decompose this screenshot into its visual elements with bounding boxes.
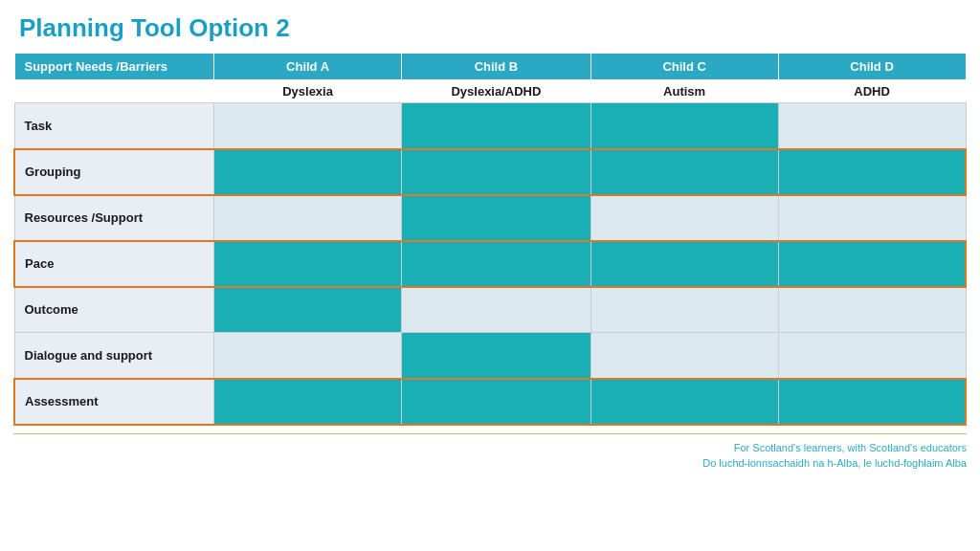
row-label: Assessment — [14, 379, 213, 425]
table-cell — [590, 333, 778, 379]
table-cell — [778, 333, 966, 379]
subheader-1: Dyslexia — [213, 80, 401, 103]
row-label: Dialogue and support — [14, 333, 213, 379]
table-cell — [213, 379, 401, 425]
subheader-0 — [14, 80, 213, 103]
table-cell — [402, 149, 590, 195]
row-label: Outcome — [14, 287, 213, 333]
table-cell — [213, 241, 401, 287]
table-cell — [778, 103, 966, 149]
subheader-3: Autism — [590, 80, 778, 103]
table-row: Dialogue and support — [14, 333, 966, 379]
col-header-2: Child B — [402, 54, 590, 80]
table-cell — [778, 149, 966, 195]
table-row: Assessment — [14, 379, 966, 425]
table-cell — [213, 287, 401, 333]
table-row: Grouping — [14, 149, 966, 195]
table-cell — [402, 103, 590, 149]
table-cell — [213, 195, 401, 241]
subheader-2: Dyslexia/ADHD — [402, 80, 590, 103]
table-cell — [778, 241, 966, 287]
table-cell — [402, 195, 590, 241]
footer-text: For Scotland's learners, with Scotland's… — [0, 438, 980, 474]
table-cell — [213, 333, 401, 379]
subheader-4: ADHD — [778, 80, 966, 103]
table-cell — [590, 195, 778, 241]
col-header-1: Child A — [213, 54, 401, 80]
table-row: Resources /Support — [14, 195, 966, 241]
table-cell — [590, 379, 778, 425]
table-cell — [590, 241, 778, 287]
table-cell — [590, 103, 778, 149]
table-cell — [402, 241, 590, 287]
row-label: Resources /Support — [14, 195, 213, 241]
table-row: Task — [14, 103, 966, 149]
table-cell — [402, 379, 590, 425]
table-cell — [402, 333, 590, 379]
footer-line1: For Scotland's learners, with Scotland's… — [734, 442, 967, 453]
table-cell — [778, 379, 966, 425]
table-cell — [778, 195, 966, 241]
row-label: Pace — [14, 241, 213, 287]
col-header-3: Child C — [590, 54, 778, 80]
row-label: Grouping — [14, 149, 213, 195]
table-cell — [590, 149, 778, 195]
col-header-4: Child D — [778, 54, 966, 80]
col-header-0: Support Needs /Barriers — [14, 54, 213, 80]
table-cell — [402, 287, 590, 333]
page-title: Planning Tool Option 2 — [0, 0, 980, 53]
table-cell — [590, 287, 778, 333]
footer-divider — [13, 433, 967, 434]
table-cell — [213, 103, 401, 149]
table-cell — [213, 149, 401, 195]
table-wrapper: Support Needs /Barriers Child A Child B … — [0, 53, 980, 426]
row-label: Task — [14, 103, 213, 149]
footer-line2: Do luchd-ionnsachaidh na h-Alba, le luch… — [702, 457, 967, 469]
table-row: Pace — [14, 241, 966, 287]
table-row: Outcome — [14, 287, 966, 333]
planning-table: Support Needs /Barriers Child A Child B … — [13, 53, 967, 426]
table-cell — [778, 287, 966, 333]
